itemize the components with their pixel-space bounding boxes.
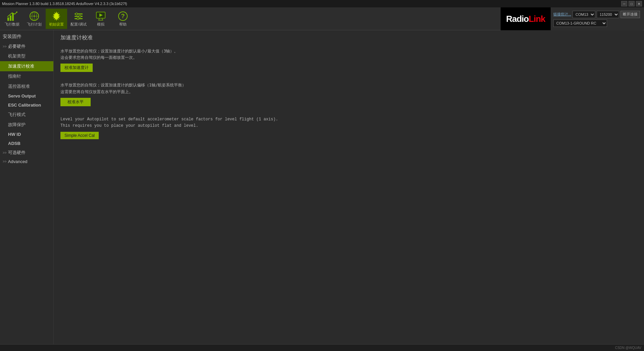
disconnect-button[interactable]: 断开连接 [620, 11, 640, 18]
accel-cal-level-line2: 这需要您将自驾仪放置在水平的平面上。 [60, 89, 133, 94]
help-icon: ? [118, 11, 128, 22]
ground-rc-select[interactable]: COM13-1-GROUND RC [553, 20, 607, 27]
sidebar-accel-calibration[interactable]: 加速度计校准 [0, 61, 53, 71]
toolbar-simulate[interactable]: 模拟 [90, 9, 111, 29]
optional-hardware-label: 可选硬件 [8, 150, 26, 156]
svg-point-3 [16, 11, 17, 13]
svg-text:?: ? [121, 13, 125, 20]
sidebar-adsb[interactable]: ADSB [0, 139, 53, 148]
accel-cal-3axis-button[interactable]: 校准加速度计 [60, 64, 93, 72]
sidebar-remote-calibration[interactable]: 遥控器校准 [0, 81, 53, 91]
toolbar-flight-plan[interactable]: 飞行计划 [24, 9, 45, 29]
sidebar-frame-type[interactable]: 机架类型 [0, 51, 53, 61]
toolbar-help[interactable]: ? 帮助 [112, 9, 134, 29]
title-bar: Mission Planner 1.3.80 build 1.3.8518.18… [0, 0, 644, 7]
sidebar-flight-modes[interactable]: 飞行模式 [0, 110, 53, 120]
required-hardware-label: 必要硬件 [8, 43, 26, 49]
accel-cal-simple-line1: Level your Autopilot to set default acce… [60, 117, 278, 122]
svg-rect-1 [10, 15, 11, 21]
window-controls: ─ □ ✕ [621, 1, 642, 6]
sidebar-install-firmware[interactable]: 安装固件 [0, 32, 53, 42]
sidebar-required-hardware-header[interactable]: >> 必要硬件 [0, 42, 53, 51]
svg-rect-11 [75, 16, 83, 17]
radiolink-link: Link [528, 14, 545, 24]
sidebar-hw-id[interactable]: HW ID [0, 130, 53, 139]
radiolink-logo: RadioLink [501, 7, 551, 30]
status-bar: CSDN @WQUAV [0, 344, 644, 351]
sidebar-compass[interactable]: 指南针 [0, 71, 53, 81]
connection-row-top: 链接统计... COM13 115200 断开连接 [553, 11, 640, 18]
minimize-button[interactable]: ─ [621, 1, 627, 6]
maximize-button[interactable]: □ [629, 1, 635, 6]
accel-cal-simple-line2: This requires you to place your autopilo… [60, 123, 198, 128]
sidebar-optional-hardware-header[interactable]: >> 可选硬件 [0, 148, 53, 157]
sidebar-advanced-header[interactable]: >> Advanced [0, 157, 53, 166]
flight-plan-icon [29, 11, 40, 22]
accel-cal-level-button[interactable]: 校准水平 [60, 98, 91, 106]
accel-cal-simple-desc: Level your Autopilot to set default acce… [60, 116, 637, 129]
accel-cal-section-3axis: 水平放置您的自驾仪；设置加速度计的默认最小/最大值（3轴）。 这会要求您将自驾仪… [60, 48, 637, 72]
toolbar-initial-setup[interactable]: 初始设置 [46, 9, 67, 29]
required-hardware-chevron: >> [3, 45, 7, 48]
toolbar-flight-data[interactable]: 飞行数据 [1, 9, 23, 29]
simulate-label: 模拟 [97, 22, 104, 27]
link-stats-link[interactable]: 链接统计... [553, 12, 571, 17]
accel-cal-3axis-desc: 水平放置您的自驾仪；设置加速度计的默认最小/最大值（3轴）。 这会要求您将自驾仪… [60, 48, 637, 61]
config-tune-label: 配置/调试 [71, 22, 86, 27]
help-label: 帮助 [119, 22, 127, 27]
initial-setup-label: 初始设置 [49, 22, 64, 27]
window-title: Mission Planner 1.3.80 build 1.3.8518.18… [2, 2, 621, 6]
content-title: 加速度计校准 [60, 34, 637, 41]
config-tune-icon [73, 11, 84, 22]
advanced-label: Advanced [8, 159, 28, 164]
sidebar-failsafe[interactable]: 故障保护 [0, 120, 53, 130]
accel-cal-3axis-line1: 水平放置您的自驾仪；设置加速度计的默认最小/最大值（3轴）。 [60, 49, 178, 53]
simulate-icon [95, 11, 106, 22]
baud-rate-select[interactable]: 115200 [597, 11, 619, 18]
content-area: 加速度计校准 水平放置您的自驾仪；设置加速度计的默认最小/最大值（3轴）。 这会… [54, 30, 644, 344]
svg-rect-2 [12, 13, 14, 21]
toolbar: 飞行数据 飞行计划 初始设置 [0, 7, 644, 30]
status-bar-text: CSDN @WQUAV [615, 346, 641, 350]
close-button[interactable]: ✕ [636, 1, 642, 6]
accel-cal-simple-button[interactable]: Simple Accel Cal [60, 132, 99, 139]
accel-cal-level-line1: 水平放置您的自驾仪；设置加速度计的默认偏移（1轴/航姿系统平衡） [60, 83, 186, 87]
accel-cal-section-level: 水平放置您的自驾仪；设置加速度计的默认偏移（1轴/航姿系统平衡） 这需要您将自驾… [60, 82, 637, 106]
initial-setup-icon [51, 11, 62, 22]
accel-cal-3axis-line2: 这会要求您将自驾仪的每一面都放置一次。 [60, 55, 137, 60]
flight-data-label: 飞行数据 [5, 22, 19, 27]
advanced-chevron: >> [3, 160, 7, 163]
sidebar: 安装固件 >> 必要硬件 机架类型 加速度计校准 指南针 遥控器校准 Servo… [0, 30, 54, 344]
main-layout: 安装固件 >> 必要硬件 机架类型 加速度计校准 指南针 遥控器校准 Servo… [0, 30, 644, 344]
svg-point-8 [34, 15, 35, 17]
accel-cal-section-simple: Level your Autopilot to set default acce… [60, 116, 637, 139]
svg-point-14 [79, 15, 81, 17]
svg-point-13 [76, 13, 78, 15]
flight-data-icon [7, 11, 17, 22]
sidebar-esc-calibration[interactable]: ESC Calibration [0, 101, 53, 110]
accel-cal-level-desc: 水平放置您的自驾仪；设置加速度计的默认偏移（1轴/航姿系统平衡） 这需要您将自驾… [60, 82, 637, 95]
svg-rect-0 [7, 17, 9, 21]
radiolink-radio: Radio [506, 14, 528, 24]
toolbar-config-tune[interactable]: 配置/调试 [68, 9, 89, 29]
com-port-select[interactable]: COM13 [572, 11, 595, 18]
svg-point-15 [77, 17, 79, 20]
connection-row-bottom: COM13-1-GROUND RC [553, 20, 640, 27]
optional-hardware-chevron: >> [3, 151, 7, 155]
sidebar-servo-output[interactable]: Servo Output [0, 91, 53, 101]
flight-plan-label: 飞行计划 [27, 22, 42, 27]
